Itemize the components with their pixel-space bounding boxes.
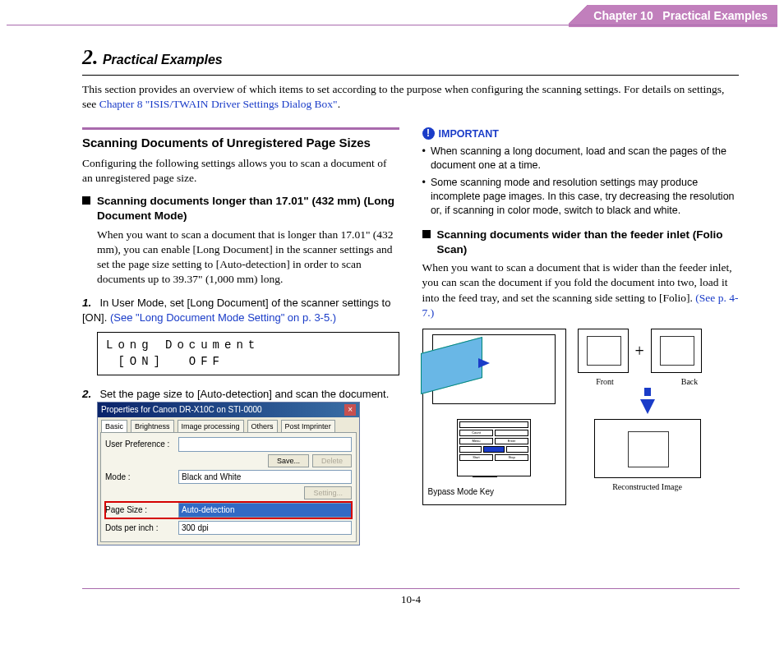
reconstructed-image-icon	[594, 419, 701, 478]
down-arrow-icon	[640, 399, 655, 414]
header-rule	[7, 25, 777, 25]
tab-brightness[interactable]: Brightness	[131, 420, 174, 432]
footer: 10-4	[82, 588, 740, 607]
tab-others[interactable]: Others	[247, 420, 278, 432]
user-pref-select[interactable]	[178, 437, 352, 452]
reconstructed-label: Reconstructed Image	[578, 481, 717, 493]
plus-icon: +	[635, 340, 644, 362]
dialog-tabs: Basic Brightness Image processing Others…	[98, 417, 359, 432]
step-number: 1.	[82, 296, 97, 311]
intro-link[interactable]: Chapter 8 "ISIS/TWAIN Driver Settings Di…	[99, 98, 338, 110]
subsection-title: Scanning Documents of Unregistered Page …	[82, 135, 399, 151]
user-pref-label: User Preference :	[105, 439, 175, 450]
square-bullet-icon	[82, 196, 90, 205]
setting-button[interactable]: Setting...	[304, 486, 352, 499]
back-label: Back	[662, 376, 717, 388]
section-title: Practical Examples	[103, 53, 223, 67]
tab-post-imprinter[interactable]: Post Imprinter	[281, 420, 335, 432]
step-1: 1. In User Mode, set [Long Document] of …	[82, 296, 399, 376]
topic-title: Scanning documents wider than the feeder…	[437, 228, 740, 257]
section-heading: 2. Practical Examples	[82, 43, 739, 76]
figure-area: Count MenuEnter StartStop Bypass Mode Ke…	[422, 329, 740, 505]
topic-body: When you want to scan a document that is…	[422, 260, 740, 320]
bypass-key-highlight	[483, 446, 505, 453]
tab-basic[interactable]: Basic	[101, 420, 127, 432]
intro-after: .	[338, 98, 340, 110]
page-size-row-highlighted: Page Size : Auto-detection	[105, 502, 352, 518]
page-front-icon	[578, 329, 629, 373]
important-label: IMPORTANT	[439, 127, 499, 141]
lcd-display: Long Document [ON] OFF	[97, 332, 399, 375]
mode-label: Mode :	[105, 472, 175, 483]
dialog-title: Properties for Canon DR-X10C on STI-0000	[101, 404, 262, 416]
step-text: In User Mode, set [Long Document] of the…	[82, 297, 390, 324]
topic-heading-long-doc: Scanning documents longer than 17.01" (4…	[82, 194, 399, 223]
properties-dialog: Properties for Canon DR-X10C on STI-0000…	[97, 402, 360, 545]
scanner-body-icon	[432, 334, 556, 404]
intro-paragraph: This section provides an overview of whi…	[82, 82, 739, 112]
page-size-select[interactable]: Auto-detection	[178, 503, 352, 518]
callout-line	[473, 476, 497, 477]
left-column: Scanning Documents of Unregistered Page …	[82, 127, 399, 555]
important-list: When scanning a long document, load and …	[422, 145, 740, 217]
dialog-body: User Preference : Save... Delete Mode : …	[100, 432, 357, 542]
section-number: 2.	[82, 45, 99, 69]
scanner-figure: Count MenuEnter StartStop Bypass Mode Ke…	[422, 329, 566, 505]
folio-composite-figure: + Front Back Reconstructed Image	[578, 329, 717, 505]
step-2: 2. Set the page size to [Auto-detection]…	[82, 387, 399, 545]
control-panel-icon: Count MenuEnter StartStop	[457, 419, 531, 476]
dialog-titlebar: Properties for Canon DR-X10C on STI-0000…	[98, 403, 359, 417]
chapter-number: Chapter 10	[593, 9, 653, 22]
dpi-select[interactable]: 300 dpi	[178, 521, 352, 536]
chapter-title: Practical Examples	[662, 9, 768, 22]
bypass-callout: Bypass Mode Key	[428, 487, 495, 496]
important-item: Some scanning mode and resolution settin…	[431, 176, 739, 218]
feed-tray-icon	[421, 337, 482, 394]
down-arrow-icon	[644, 388, 651, 396]
topic-title: Scanning documents longer than 17.01" (4…	[97, 194, 399, 223]
subsection-rule	[82, 127, 399, 130]
topic-heading-folio: Scanning documents wider than the feeder…	[422, 228, 740, 257]
step-text: Set the page size to [Auto-detection] an…	[99, 388, 389, 400]
front-label: Front	[578, 376, 633, 388]
delete-button[interactable]: Delete	[312, 454, 352, 467]
topic-body: When you want to scan a document that is…	[97, 228, 399, 288]
close-icon[interactable]: ×	[344, 404, 356, 416]
important-heading: ! IMPORTANT	[422, 127, 740, 141]
step-link[interactable]: (See "Long Document Mode Setting" on p. …	[110, 311, 336, 324]
dpi-label: Dots per inch :	[105, 522, 175, 534]
page-back-icon	[651, 329, 702, 373]
important-item: When scanning a long document, load and …	[431, 145, 739, 173]
tab-image-processing[interactable]: Image processing	[178, 420, 244, 432]
page-number: 10-4	[401, 593, 421, 605]
important-icon: !	[422, 127, 435, 140]
chapter-header: Chapter 10 Practical Examples	[569, 5, 777, 27]
save-button[interactable]: Save...	[268, 454, 309, 467]
step-number: 2.	[82, 387, 97, 402]
page-size-label: Page Size :	[105, 504, 175, 516]
right-column: ! IMPORTANT When scanning a long documen…	[422, 127, 740, 555]
subsection-body: Configuring the following settings allow…	[82, 156, 399, 186]
feed-arrow-icon	[478, 358, 490, 368]
square-bullet-icon	[422, 230, 431, 238]
mode-select[interactable]: Black and White	[178, 470, 352, 485]
